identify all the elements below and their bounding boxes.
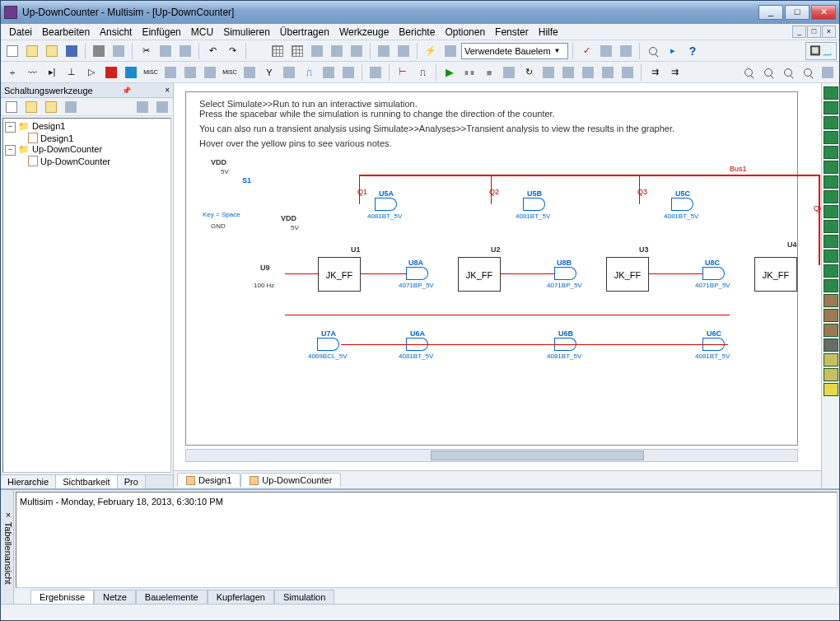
menu-ansicht[interactable]: Ansicht (95, 25, 137, 40)
bus-button[interactable]: ⊢ (394, 63, 412, 82)
menu-werkzeuge[interactable]: Werkzeuge (334, 25, 394, 40)
distortion-button[interactable] (824, 250, 838, 263)
analysis1-button[interactable] (559, 63, 577, 82)
place-analog-button[interactable]: ▷ (82, 63, 100, 82)
place-diode-button[interactable]: ▸| (43, 63, 61, 82)
u4-flipflop[interactable]: JK_FF (754, 257, 797, 292)
place-transistor-button[interactable]: ⊥ (63, 63, 81, 82)
menu-datei[interactable]: Datei (4, 25, 37, 40)
bt-netze[interactable]: Netze (94, 590, 136, 604)
verify-button[interactable]: ✓ (577, 42, 595, 60)
trace2-button[interactable]: ⇉ (665, 63, 684, 82)
tab-hierarchie[interactable]: Hierarchie (1, 475, 56, 488)
panel-close-button[interactable]: × (165, 86, 170, 95)
word-gen-button[interactable] (824, 190, 838, 203)
place-rf-button[interactable]: Y (260, 63, 278, 82)
zoom-area-button[interactable] (779, 63, 797, 82)
u8c-gate[interactable] (703, 267, 725, 280)
place-advanced-button[interactable] (240, 63, 259, 82)
open-project-button[interactable] (43, 42, 61, 60)
redo-button[interactable]: ↷ (223, 42, 241, 60)
print-button[interactable] (90, 42, 108, 60)
zoom-fit-button[interactable] (799, 63, 817, 82)
loop-button[interactable]: ↻ (520, 63, 538, 82)
bt-ergebnisse[interactable]: Ergebnisse (30, 590, 94, 604)
u5c-gate[interactable] (672, 198, 693, 211)
spectrum-button[interactable] (824, 264, 838, 278)
zoom-in-button[interactable] (740, 63, 758, 82)
copy-button[interactable] (156, 42, 175, 60)
place-misc2-button[interactable]: MISC (221, 63, 239, 82)
place-mcu-button[interactable] (339, 63, 357, 82)
place-power-button[interactable] (201, 63, 219, 82)
sheet-properties-button[interactable] (268, 42, 287, 60)
ag-mm-button[interactable] (824, 309, 838, 322)
new-button[interactable] (3, 42, 21, 60)
pause-button[interactable]: ∎∎ (460, 63, 478, 82)
run-button[interactable]: ▶ (441, 63, 459, 82)
minimize-button[interactable]: _ (758, 5, 783, 20)
menu-hilfe[interactable]: Hilfe (534, 25, 563, 40)
horizontal-scrollbar[interactable] (185, 449, 798, 462)
oscilloscope-button[interactable] (824, 131, 838, 144)
bt-simulation[interactable]: Simulation (274, 590, 334, 604)
tab-sichtbarkeit[interactable]: Sichtbarkeit (56, 475, 117, 488)
analysis3-button[interactable] (599, 63, 617, 82)
spreadsheet-button[interactable] (288, 42, 306, 60)
pt-open-button[interactable] (22, 98, 40, 116)
multimeter-button[interactable] (824, 86, 838, 100)
close-button[interactable]: ✕ (811, 5, 836, 20)
pt-sort-button[interactable] (133, 98, 152, 116)
u3-flipflop[interactable]: JK_FF (606, 257, 649, 292)
u8a-gate[interactable] (407, 267, 428, 280)
tree-child-design1[interactable]: Design1 (5, 133, 169, 143)
menu-berichte[interactable]: Berichte (394, 25, 440, 40)
pt-refresh-button[interactable] (62, 98, 80, 116)
ag-gen-button[interactable] (824, 294, 838, 307)
trace-button[interactable]: ⇉ (646, 63, 664, 82)
wattmeter-button[interactable] (824, 116, 838, 129)
undo-button[interactable]: ↶ (203, 42, 222, 60)
bode-button[interactable] (824, 161, 838, 174)
help-button[interactable]: ? (684, 42, 702, 60)
education-button[interactable]: ▸ (664, 42, 682, 60)
menu-simulieren[interactable]: Simulieren (218, 25, 275, 40)
ag-scope-button[interactable] (824, 324, 838, 337)
tek-scope-button[interactable] (824, 339, 838, 352)
freq-counter-button[interactable] (824, 175, 838, 189)
place-ni-button[interactable]: ⎍ (300, 63, 318, 82)
measure-button[interactable] (597, 42, 615, 60)
spreadsheet-close-button[interactable]: × (6, 510, 11, 520)
junction-button[interactable]: ⎍ (413, 63, 432, 82)
bt-bauelemente[interactable]: Bauelemente (136, 590, 208, 604)
stop-button[interactable]: ■ (480, 63, 498, 82)
log-output[interactable]: Multisim - Monday, February 18, 2013, 6:… (16, 492, 838, 588)
4ch-scope-button[interactable] (824, 146, 838, 159)
print-preview-button[interactable] (110, 42, 128, 60)
step-button[interactable] (500, 63, 518, 82)
pin-icon[interactable]: 📌 (122, 86, 131, 95)
pt-new-button[interactable] (2, 98, 21, 116)
place-cmos-button[interactable] (122, 63, 140, 82)
iv-analyzer-button[interactable] (824, 235, 838, 248)
function-gen-button[interactable] (824, 101, 838, 114)
u8b-gate[interactable] (555, 267, 576, 280)
mdi-restore-button[interactable]: □ (807, 26, 821, 38)
labview-button[interactable] (824, 353, 838, 367)
find-button[interactable] (644, 42, 662, 60)
transfer-button[interactable] (441, 42, 460, 60)
menu-fenster[interactable]: Fenster (490, 25, 534, 40)
menu-bearbeiten[interactable]: Bearbeiten (37, 25, 95, 40)
erc-button[interactable]: ⚡ (422, 42, 440, 60)
network-button[interactable] (824, 279, 838, 292)
place-basic-button[interactable]: 〰 (23, 63, 41, 82)
cut-button[interactable]: ✂ (137, 42, 155, 60)
breadboard-button[interactable] (617, 42, 635, 60)
interactive-button[interactable] (539, 63, 558, 82)
u5a-gate[interactable] (376, 198, 397, 211)
place-ttl-button[interactable] (102, 63, 120, 82)
wizard-button[interactable] (348, 42, 366, 60)
doc-tab-updowncounter[interactable]: Up-DownCounter (240, 473, 341, 487)
pt-save-button[interactable] (42, 98, 60, 116)
u5b-gate[interactable] (524, 198, 545, 211)
